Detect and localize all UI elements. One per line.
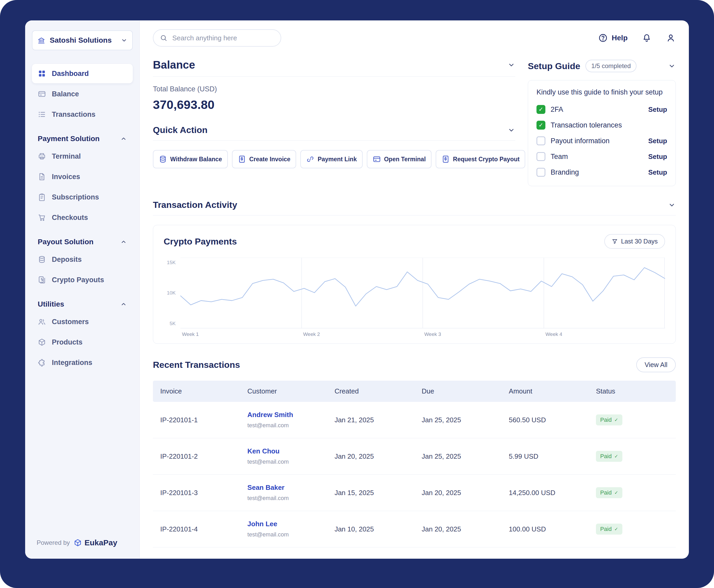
table-row[interactable]: IP-220101-3 Sean Baker test@email.com Ja… (153, 475, 676, 511)
step-label: Payout information (551, 137, 643, 145)
customer-link[interactable]: Andrew Smith (247, 411, 325, 419)
setup-step-payout-information: Payout information Setup (537, 133, 667, 149)
setup-step-branding: Branding Setup (537, 164, 667, 180)
column-header-status: Status (589, 381, 676, 402)
setup-guide-card: Kindly use this guide to finish your set… (528, 80, 676, 186)
setup-link[interactable]: Setup (648, 153, 667, 161)
user-icon[interactable] (666, 33, 676, 43)
checkbox-checked-icon[interactable] (537, 105, 545, 114)
chevron-down-icon[interactable] (668, 62, 676, 70)
help-label: Help (612, 34, 628, 42)
balance-icon (38, 90, 46, 98)
button-label: Open Terminal (384, 156, 426, 163)
main-content: Help Balance Total Balance (USD) 370,693… (140, 20, 689, 559)
sidebar-item-terminal[interactable]: Terminal (32, 147, 133, 166)
create-invoice-button[interactable]: Create Invoice (232, 150, 296, 168)
chart-card-header: Crypto Payments Last 30 Days (164, 234, 665, 249)
search-box[interactable] (153, 29, 281, 47)
column-header-customer: Customer (240, 381, 327, 402)
top-grid: Balance Total Balance (USD) 370,693.80 Q… (153, 59, 676, 186)
setup-link[interactable]: Setup (648, 168, 667, 176)
sidebar-item-crypto-payouts[interactable]: Crypto Payouts (32, 270, 133, 290)
customer-link[interactable]: John Lee (247, 520, 325, 528)
checkbox-unchecked-icon[interactable] (537, 136, 545, 145)
y-tick: 5K (164, 321, 176, 327)
chevron-down-icon[interactable] (668, 201, 676, 209)
sidebar-item-deposits[interactable]: Deposits (32, 250, 133, 269)
company-selector[interactable]: Satoshi Solutions (32, 30, 133, 50)
bell-icon[interactable] (642, 33, 652, 43)
customer-link[interactable]: Ken Chou (247, 447, 325, 455)
checkbox-checked-icon[interactable] (537, 121, 545, 130)
filter-icon (612, 238, 618, 245)
sidebar-item-subscriptions[interactable]: Subscriptions (32, 187, 133, 207)
checkouts-icon (38, 213, 46, 222)
chevron-up-icon[interactable] (120, 301, 127, 308)
sidebar-section-payment-solution[interactable]: Payment Solution (32, 134, 133, 143)
app-window: Satoshi Solutions Dashboard Balance Tran… (25, 20, 689, 559)
customer-email: test@email.com (247, 458, 289, 465)
setup-guide-intro: Kindly use this guide to finish your set… (537, 88, 667, 96)
sidebar-section-payout-solution[interactable]: Payout Solution (32, 238, 133, 246)
table-row[interactable]: IP-220101-4 John Lee test@email.com Jan … (153, 511, 676, 547)
sidebar-item-balance[interactable]: Balance (32, 84, 133, 104)
search-input[interactable] (172, 34, 274, 42)
open-terminal-button[interactable]: Open Terminal (367, 150, 432, 168)
created-cell: Jan 15, 2025 (327, 480, 415, 506)
checkbox-unchecked-icon[interactable] (537, 168, 545, 177)
withdraw-icon (159, 155, 167, 163)
table-row[interactable]: IP-220101-2 Ken Chou test@email.com Jan … (153, 438, 676, 475)
crypto-payout-icon (441, 155, 450, 163)
sidebar-section-utilities[interactable]: Utilities (32, 300, 133, 309)
withdraw-balance-button[interactable]: Withdraw Balance (153, 150, 228, 168)
sidebar-item-label: Subscriptions (52, 193, 99, 201)
table-header-row: Invoice Customer Created Due Amount Stat… (153, 381, 676, 402)
request-crypto-payout-button[interactable]: Request Crypto Payout (436, 150, 525, 168)
help-button[interactable]: Help (598, 33, 628, 43)
sidebar-item-integrations[interactable]: Integrations (32, 353, 133, 372)
sidebar-item-label: Invoices (52, 173, 80, 181)
chevron-up-icon[interactable] (120, 135, 127, 142)
column-header-due: Due (415, 381, 502, 402)
setup-link[interactable]: Setup (648, 137, 667, 145)
chevron-down-icon[interactable] (507, 61, 515, 69)
sidebar-item-customers[interactable]: Customers (32, 312, 133, 332)
quick-action-title: Quick Action (153, 125, 207, 135)
balance-title: Balance (153, 59, 195, 71)
terminal-icon (38, 152, 46, 161)
customers-icon (38, 318, 46, 326)
status-label: Paid (600, 526, 612, 532)
sidebar: Satoshi Solutions Dashboard Balance Tran… (25, 20, 140, 559)
chevron-down-icon[interactable] (121, 37, 127, 44)
amount-cell: 14,250.00 USD (501, 480, 589, 506)
sidebar-item-transactions[interactable]: Transactions (32, 105, 133, 124)
integrations-icon (38, 358, 46, 367)
sidebar-item-products[interactable]: Products (32, 333, 133, 352)
invoice-cell: IP-220101-2 (153, 443, 240, 469)
status-badge: Paid✓ (596, 487, 622, 498)
customer-link[interactable]: Sean Baker (247, 484, 325, 492)
date-filter-button[interactable]: Last 30 Days (604, 234, 665, 249)
payment-link-button[interactable]: Payment Link (300, 150, 363, 168)
chevron-down-icon[interactable] (507, 126, 515, 134)
sidebar-item-dashboard[interactable]: Dashboard (32, 64, 133, 83)
sidebar-item-label: Crypto Payouts (52, 276, 104, 284)
sidebar-item-label: Checkouts (52, 214, 88, 222)
x-tick: Week 4 (544, 332, 665, 337)
setup-guide-header: Setup Guide 1/5 completed (528, 59, 676, 72)
view-all-button[interactable]: View All (636, 357, 676, 372)
device-frame: Satoshi Solutions Dashboard Balance Tran… (0, 0, 714, 588)
balance-header: Balance (153, 59, 515, 77)
setup-link[interactable]: Setup (648, 105, 667, 113)
step-label: Transaction tolerances (551, 121, 662, 129)
recent-transactions-header: Recent Transactions View All (153, 357, 676, 372)
checkbox-unchecked-icon[interactable] (537, 152, 545, 161)
sidebar-item-checkouts[interactable]: Checkouts (32, 208, 133, 227)
table-row[interactable]: IP-220101-1 Andrew Smith test@email.com … (153, 402, 676, 438)
setup-guide-title: Setup Guide (528, 61, 580, 71)
check-icon: ✓ (614, 490, 618, 496)
sidebar-item-invoices[interactable]: Invoices (32, 167, 133, 186)
eukapay-logo[interactable]: EukaPay (74, 538, 117, 547)
amount-cell: 5.99 USD (501, 443, 589, 469)
chevron-up-icon[interactable] (120, 238, 127, 245)
